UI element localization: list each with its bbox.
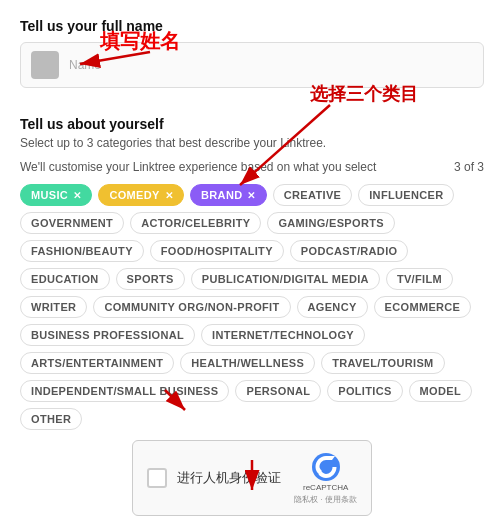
category-tag-health-wellness[interactable]: HEALTH/WELLNESS bbox=[180, 352, 315, 374]
category-tag-personal[interactable]: PERSONAL bbox=[235, 380, 321, 402]
category-tag-brand[interactable]: BRAND✕ bbox=[190, 184, 267, 206]
category-tag-creative[interactable]: CREATIVE bbox=[273, 184, 352, 206]
captcha-brand: reCAPTCHA bbox=[303, 483, 348, 492]
category-tag-arts-entertainment[interactable]: ARTS/ENTERTAINMENT bbox=[20, 352, 174, 374]
category-tag-publication-digital-media[interactable]: PUBLICATION/DIGITAL MEDIA bbox=[191, 268, 380, 290]
captcha-text: 进行人机身份验证 bbox=[177, 469, 281, 487]
count-badge: 3 of 3 bbox=[454, 160, 484, 174]
tag-close-brand[interactable]: ✕ bbox=[247, 190, 255, 201]
category-tag-actor-celebrity[interactable]: ACTOR/CELEBRITY bbox=[130, 212, 261, 234]
category-tag-food-hospitality[interactable]: FOOD/HOSPITALITY bbox=[150, 240, 284, 262]
tag-close-comedy[interactable]: ✕ bbox=[165, 190, 173, 201]
recaptcha-icon bbox=[310, 451, 342, 483]
category-tag-music[interactable]: MUSIC✕ bbox=[20, 184, 92, 206]
about-title: Tell us about yourself bbox=[20, 116, 484, 132]
about-section: Tell us about yourself Select up to 3 ca… bbox=[20, 116, 484, 430]
category-tag-sports[interactable]: SPORTS bbox=[116, 268, 185, 290]
avatar bbox=[31, 51, 59, 79]
count-row: Select up to 3 categories that best desc… bbox=[20, 136, 484, 150]
captcha-area[interactable]: 进行人机身份验证 reCAPTCHA 隐私权 · 使用条款 bbox=[132, 440, 372, 516]
category-tag-travel-tourism[interactable]: TRAVEL/TOURISM bbox=[321, 352, 444, 374]
count-row2: We'll customise your Linktree experience… bbox=[20, 160, 484, 174]
category-tag-model[interactable]: MODEL bbox=[409, 380, 472, 402]
about-subtitle1: Select up to 3 categories that best desc… bbox=[20, 136, 326, 150]
full-name-section: Tell us your full name Name bbox=[20, 18, 484, 88]
category-tag-business-professional[interactable]: BUSINESS PROFESSIONAL bbox=[20, 324, 195, 346]
captcha-checkbox[interactable] bbox=[147, 468, 167, 488]
category-tag-community-org-non-profit[interactable]: COMMUNITY ORG/NON-PROFIT bbox=[93, 296, 290, 318]
category-tag-independent-small-business[interactable]: INDEPENDENT/SMALL BUSINESS bbox=[20, 380, 229, 402]
category-tag-government[interactable]: GOVERNMENT bbox=[20, 212, 124, 234]
category-tag-gaming-esports[interactable]: GAMING/ESPORTS bbox=[267, 212, 394, 234]
category-tag-comedy[interactable]: COMEDY✕ bbox=[98, 184, 184, 206]
category-tag-politics[interactable]: POLITICS bbox=[327, 380, 402, 402]
about-subtitle2: We'll customise your Linktree experience… bbox=[20, 160, 376, 174]
category-tag-education[interactable]: EDUCATION bbox=[20, 268, 110, 290]
captcha-footer: 隐私权 · 使用条款 bbox=[294, 494, 357, 505]
categories-container: MUSIC✕COMEDY✕BRAND✕CREATIVEINFLUENCERGOV… bbox=[20, 184, 484, 430]
category-tag-influencer[interactable]: INFLUENCER bbox=[358, 184, 454, 206]
category-tag-podcast-radio[interactable]: PODCAST/RADIO bbox=[290, 240, 409, 262]
category-tag-internet-technology[interactable]: INTERNET/TECHNOLOGY bbox=[201, 324, 365, 346]
category-tag-agency[interactable]: AGENCY bbox=[297, 296, 368, 318]
category-tag-other[interactable]: OTHER bbox=[20, 408, 82, 430]
captcha-left: 进行人机身份验证 bbox=[147, 468, 281, 488]
name-input-row[interactable]: Name bbox=[20, 42, 484, 88]
full-name-title: Tell us your full name bbox=[20, 18, 484, 34]
category-tag-writer[interactable]: WRITER bbox=[20, 296, 87, 318]
name-placeholder: Name bbox=[69, 58, 101, 72]
category-tag-tv-film[interactable]: TV/FILM bbox=[386, 268, 453, 290]
page-container: Tell us your full name Name 填写姓名 Tell us… bbox=[0, 0, 504, 518]
captcha-logo: reCAPTCHA 隐私权 · 使用条款 bbox=[294, 451, 357, 505]
category-tag-ecommerce[interactable]: ECOMMERCE bbox=[374, 296, 472, 318]
category-tag-fashion-beauty[interactable]: FASHION/BEAUTY bbox=[20, 240, 144, 262]
tag-close-music[interactable]: ✕ bbox=[73, 190, 81, 201]
